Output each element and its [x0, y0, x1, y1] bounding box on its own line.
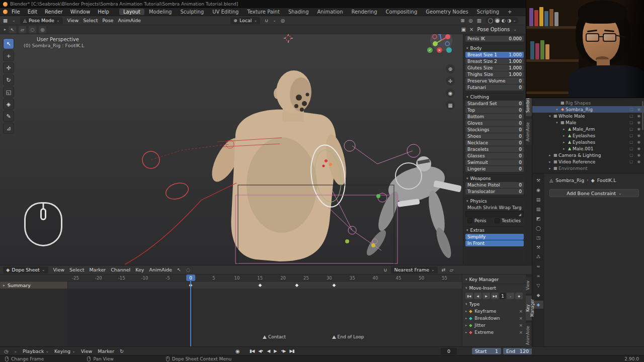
move-amount-field[interactable]: 1: [500, 293, 506, 299]
key-last-button[interactable]: ▶▮: [491, 293, 499, 299]
xray-toggle-icon[interactable]: ▥: [477, 18, 481, 23]
viewport-menu[interactable]: Select: [83, 18, 98, 23]
properties-tab[interactable]: ⚒: [533, 176, 543, 185]
camera-view-icon[interactable]: ◉: [446, 88, 455, 98]
filter-selected-icon[interactable]: ↖: [177, 267, 181, 273]
tool-button[interactable]: ✎: [3, 111, 14, 122]
rig-property-row[interactable]: Standard Set 0: [465, 101, 524, 107]
add-bone-constraint-button[interactable]: Add Bone Constraint ⌄: [549, 189, 639, 197]
expand-arrow-icon[interactable]: ▸: [3, 283, 5, 288]
mode-dropdown[interactable]: ◬ Pose Mode ⌄: [20, 17, 63, 24]
properties-tab[interactable]: ▧: [533, 205, 543, 213]
visibility-toggles[interactable]: [629, 153, 642, 157]
tool-button[interactable]: ✢: [3, 62, 14, 73]
overlays-toggle-icon[interactable]: ◎: [468, 18, 472, 23]
auto-keying-button[interactable]: ◉: [235, 348, 240, 354]
chevron-right-icon[interactable]: ▸: [465, 309, 467, 313]
chevron-right-icon[interactable]: ▸: [465, 330, 467, 334]
tool-button[interactable]: ◈: [3, 99, 14, 110]
sync-icon[interactable]: ↻: [120, 348, 124, 354]
outliner-row[interactable]: ▸ Male.001: [532, 145, 644, 152]
rig-property-row[interactable]: Necklace 0: [465, 140, 524, 146]
rig-property-row[interactable]: Preserve Volume 0: [465, 78, 524, 84]
playbar-menu[interactable]: View: [81, 348, 93, 354]
dope-sheet-menu[interactable]: AnimAide: [149, 267, 172, 273]
rig-property-row[interactable]: Physics: [465, 197, 524, 204]
type-header[interactable]: Type: [465, 301, 523, 308]
dope-sidebar-tab[interactable]: AnimAide: [526, 322, 532, 348]
key-manager-title[interactable]: Key Manager: [465, 276, 523, 283]
menubar-menu[interactable]: Edit: [24, 9, 41, 15]
close-icon[interactable]: [519, 316, 523, 321]
timeline-editor-icon[interactable]: ◷: [4, 348, 8, 354]
playbar-menu[interactable]: Marker: [98, 348, 114, 354]
frame-start-field[interactable]: Start 1: [472, 348, 501, 354]
dope-sheet-menu[interactable]: Marker: [89, 267, 106, 273]
rig-property-row[interactable]: In Front: [465, 240, 524, 246]
play-button[interactable]: ▶: [274, 348, 277, 353]
rig-property-row[interactable]: Futanari 0: [465, 84, 524, 90]
workspace-tab[interactable]: Rendering: [347, 9, 381, 15]
workspace-tab[interactable]: Layout: [119, 9, 144, 15]
properties-tab[interactable]: ◩: [533, 215, 543, 223]
menubar-menu[interactable]: File: [8, 9, 24, 15]
tool-setting-icon[interactable]: ◎: [39, 26, 46, 33]
scrollbar[interactable]: [642, 101, 643, 130]
pan-hand-icon[interactable]: ✢: [446, 76, 455, 85]
rig-property-row[interactable]: Extras: [465, 226, 524, 233]
expand-arrow-icon[interactable]: ▸: [561, 140, 567, 144]
close-icon[interactable]: [519, 330, 523, 335]
rig-property-row[interactable]: Mouth Shrink Wrap Target: [465, 205, 524, 211]
viewport-menu[interactable]: View: [67, 18, 79, 23]
filter-ghost-icon[interactable]: ◌: [186, 267, 190, 273]
key-next-button[interactable]: ▶: [482, 293, 490, 299]
expand-arrow-icon[interactable]: ▸: [561, 134, 567, 138]
keyframe-type-row[interactable]: ▸ Jitter: [465, 322, 523, 329]
tool-setting-icon[interactable]: ↖: [9, 26, 16, 33]
visibility-toggles[interactable]: [629, 133, 642, 138]
outliner-row[interactable]: Rig Shapes: [532, 100, 644, 106]
axis-dot-red[interactable]: ×: [437, 47, 442, 53]
dope-sidebar-tab[interactable]: Key Manager: [526, 296, 532, 320]
menubar-menu[interactable]: Render: [41, 9, 66, 15]
rig-property-row[interactable]: Shoes 0: [465, 133, 524, 139]
rig-property-row[interactable]: Top 0: [465, 107, 524, 113]
keyframe-type-row[interactable]: ▸ Breakdown: [465, 315, 523, 322]
chevron-right-icon[interactable]: ▸: [4, 27, 6, 32]
properties-tab[interactable]: ◳: [533, 234, 543, 242]
timeline-marker[interactable]: Contact: [263, 334, 286, 339]
outliner-row[interactable]: ▾ Male: [532, 119, 644, 126]
tool-button[interactable]: ⊿: [3, 123, 14, 134]
rig-property-row[interactable]: Gloves 0: [465, 120, 524, 126]
dope-sheet-menu[interactable]: Channel: [111, 267, 130, 273]
insert-key-button[interactable]: ◆: [515, 293, 523, 299]
shading-wireframe-icon[interactable]: ◯: [488, 18, 494, 23]
visibility-toggles[interactable]: [629, 140, 642, 144]
rig-property-row[interactable]: Breast Size 2 1.000: [465, 58, 524, 64]
expand-arrow-icon[interactable]: ▸: [547, 153, 552, 157]
snap-magnet-icon[interactable]: ∪: [383, 267, 387, 273]
properties-tab[interactable]: ◆: [533, 291, 543, 299]
expand-arrow-icon[interactable]: ▸: [561, 127, 567, 131]
visibility-toggles[interactable]: [629, 146, 642, 151]
workspace-tab[interactable]: Geometry Nodes: [422, 9, 472, 15]
workspace-tab[interactable]: UV Editing: [208, 9, 243, 15]
jump-to-end-button[interactable]: ▶▮: [289, 348, 294, 353]
visibility-toggles[interactable]: [629, 120, 642, 125]
rig-property-row[interactable]: Glutes Size 1.000: [465, 65, 524, 71]
rig-property-row[interactable]: Penis Testicles: [465, 218, 524, 224]
rig-property-row[interactable]: Thighs Size 1.000: [465, 71, 524, 77]
tool-setting-icon[interactable]: ▱: [19, 26, 26, 33]
jump-to-start-button[interactable]: ▮◀: [250, 348, 254, 353]
rig-property-row[interactable]: Lingerie 0: [465, 166, 524, 172]
properties-tab[interactable]: ◉: [533, 186, 543, 194]
rig-property-row[interactable]: Clothing: [465, 93, 524, 100]
outliner-row[interactable]: ▸ Video Reference: [532, 158, 644, 165]
rig-property-row[interactable]: Penis IK 0.000: [465, 36, 524, 42]
transform-orientation-dropdown[interactable]: ⊕ Local ⌄: [230, 17, 260, 24]
menubar-menu[interactable]: Help: [94, 9, 113, 15]
workspace-tab[interactable]: Scripting: [473, 9, 503, 15]
current-frame-field[interactable]: 0: [441, 348, 457, 354]
tool-button[interactable]: ↻: [3, 74, 14, 85]
properties-tab[interactable]: ⚒: [533, 243, 543, 251]
